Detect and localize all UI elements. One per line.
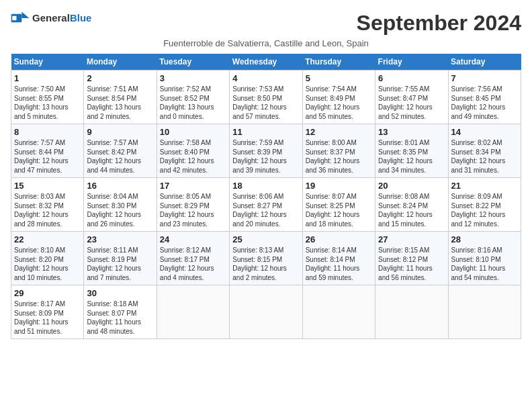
weekday-header-monday: Monday	[84, 54, 157, 71]
day-number: 4	[232, 73, 299, 83]
day-number: 28	[451, 234, 518, 244]
day-cell: 20Sunrise: 8:08 AM Sunset: 8:24 PM Dayli…	[375, 178, 448, 232]
day-cell: 29Sunrise: 8:17 AM Sunset: 8:09 PM Dayli…	[11, 285, 84, 339]
day-cell: 17Sunrise: 8:05 AM Sunset: 8:29 PM Dayli…	[157, 178, 229, 232]
week-row-3: 15Sunrise: 8:03 AM Sunset: 8:32 PM Dayli…	[11, 178, 521, 232]
page-header: GeneralBlue September 2024	[11, 11, 521, 36]
weekday-header-saturday: Saturday	[448, 54, 521, 71]
week-row-1: 1Sunrise: 7:50 AM Sunset: 8:55 PM Daylig…	[11, 71, 521, 124]
day-detail: Sunrise: 8:13 AM Sunset: 8:15 PM Dayligh…	[232, 246, 299, 282]
day-cell: 14Sunrise: 8:02 AM Sunset: 8:34 PM Dayli…	[448, 124, 521, 178]
day-detail: Sunrise: 7:53 AM Sunset: 8:50 PM Dayligh…	[232, 85, 299, 121]
day-detail: Sunrise: 8:15 AM Sunset: 8:12 PM Dayligh…	[378, 246, 445, 282]
day-detail: Sunrise: 8:17 AM Sunset: 8:09 PM Dayligh…	[14, 300, 81, 336]
day-cell	[375, 285, 448, 339]
day-number: 5	[306, 73, 372, 83]
day-cell: 28Sunrise: 8:16 AM Sunset: 8:10 PM Dayli…	[448, 232, 521, 285]
day-cell	[302, 285, 375, 339]
day-detail: Sunrise: 7:58 AM Sunset: 8:40 PM Dayligh…	[160, 138, 226, 175]
day-number: 2	[87, 73, 153, 83]
weekday-header-wednesday: Wednesday	[230, 54, 302, 71]
day-number: 25	[232, 234, 299, 244]
day-detail: Sunrise: 8:05 AM Sunset: 8:29 PM Dayligh…	[160, 192, 226, 228]
main-title: September 2024	[357, 11, 521, 36]
day-number: 26	[306, 234, 372, 244]
day-detail: Sunrise: 8:00 AM Sunset: 8:37 PM Dayligh…	[306, 138, 372, 175]
day-number: 21	[451, 181, 518, 191]
day-number: 8	[14, 127, 81, 137]
day-cell: 4Sunrise: 7:53 AM Sunset: 8:50 PM Daylig…	[230, 71, 302, 124]
day-cell: 11Sunrise: 7:59 AM Sunset: 8:39 PM Dayli…	[230, 124, 302, 178]
day-cell: 7Sunrise: 7:56 AM Sunset: 8:45 PM Daylig…	[448, 71, 521, 124]
day-detail: Sunrise: 7:50 AM Sunset: 8:55 PM Dayligh…	[14, 85, 81, 121]
day-number: 22	[14, 234, 81, 244]
logo-blue-text: Blue	[70, 12, 92, 24]
day-detail: Sunrise: 7:52 AM Sunset: 8:52 PM Dayligh…	[160, 85, 226, 121]
day-detail: Sunrise: 8:18 AM Sunset: 8:07 PM Dayligh…	[87, 300, 153, 336]
weekday-header-row: SundayMondayTuesdayWednesdayThursdayFrid…	[11, 54, 521, 71]
day-number: 7	[451, 73, 518, 83]
day-number: 9	[87, 127, 153, 137]
weekday-header-tuesday: Tuesday	[157, 54, 229, 71]
weekday-header-friday: Friday	[375, 54, 448, 71]
day-cell: 23Sunrise: 8:11 AM Sunset: 8:19 PM Dayli…	[84, 232, 157, 285]
day-cell: 22Sunrise: 8:10 AM Sunset: 8:20 PM Dayli…	[11, 232, 84, 285]
subtitle: Fuenterroble de Salvatierra, Castille an…	[11, 38, 521, 48]
day-detail: Sunrise: 8:11 AM Sunset: 8:19 PM Dayligh…	[87, 246, 153, 282]
day-detail: Sunrise: 8:14 AM Sunset: 8:14 PM Dayligh…	[306, 246, 372, 282]
day-detail: Sunrise: 8:08 AM Sunset: 8:24 PM Dayligh…	[378, 192, 445, 228]
day-detail: Sunrise: 7:54 AM Sunset: 8:49 PM Dayligh…	[306, 85, 372, 121]
day-cell: 12Sunrise: 8:00 AM Sunset: 8:37 PM Dayli…	[302, 124, 375, 178]
day-cell: 27Sunrise: 8:15 AM Sunset: 8:12 PM Dayli…	[375, 232, 448, 285]
day-cell: 5Sunrise: 7:54 AM Sunset: 8:49 PM Daylig…	[302, 71, 375, 124]
day-number: 15	[14, 181, 81, 191]
day-cell: 21Sunrise: 8:09 AM Sunset: 8:22 PM Dayli…	[448, 178, 521, 232]
weekday-header-sunday: Sunday	[11, 54, 84, 71]
day-number: 30	[87, 288, 153, 298]
day-cell: 26Sunrise: 8:14 AM Sunset: 8:14 PM Dayli…	[302, 232, 375, 285]
day-number: 11	[232, 127, 299, 137]
day-cell: 13Sunrise: 8:01 AM Sunset: 8:35 PM Dayli…	[375, 124, 448, 178]
day-number: 20	[378, 181, 445, 191]
day-number: 18	[232, 181, 299, 191]
day-cell: 18Sunrise: 8:06 AM Sunset: 8:27 PM Dayli…	[230, 178, 302, 232]
day-cell: 3Sunrise: 7:52 AM Sunset: 8:52 PM Daylig…	[157, 71, 229, 124]
day-detail: Sunrise: 7:57 AM Sunset: 8:44 PM Dayligh…	[14, 138, 81, 175]
day-cell: 1Sunrise: 7:50 AM Sunset: 8:55 PM Daylig…	[11, 71, 84, 124]
weekday-header-thursday: Thursday	[302, 54, 375, 71]
day-cell	[448, 285, 521, 339]
day-number: 23	[87, 234, 153, 244]
day-detail: Sunrise: 8:02 AM Sunset: 8:34 PM Dayligh…	[451, 138, 518, 175]
logo: GeneralBlue	[11, 11, 91, 26]
day-cell: 2Sunrise: 7:51 AM Sunset: 8:54 PM Daylig…	[84, 71, 157, 124]
day-detail: Sunrise: 8:12 AM Sunset: 8:17 PM Dayligh…	[160, 246, 226, 282]
day-cell: 15Sunrise: 8:03 AM Sunset: 8:32 PM Dayli…	[11, 178, 84, 232]
svg-rect-2	[12, 16, 16, 20]
svg-marker-1	[21, 12, 29, 18]
week-row-4: 22Sunrise: 8:10 AM Sunset: 8:20 PM Dayli…	[11, 232, 521, 285]
day-detail: Sunrise: 8:16 AM Sunset: 8:10 PM Dayligh…	[451, 246, 518, 282]
day-detail: Sunrise: 7:51 AM Sunset: 8:54 PM Dayligh…	[87, 85, 153, 121]
day-number: 19	[306, 181, 372, 191]
day-cell: 24Sunrise: 8:12 AM Sunset: 8:17 PM Dayli…	[157, 232, 229, 285]
logo-icon	[11, 11, 30, 26]
day-number: 10	[160, 127, 226, 137]
day-number: 14	[451, 127, 518, 137]
day-number: 17	[160, 181, 226, 191]
day-number: 1	[14, 73, 81, 83]
day-number: 13	[378, 127, 445, 137]
day-detail: Sunrise: 8:04 AM Sunset: 8:30 PM Dayligh…	[87, 192, 153, 228]
day-cell	[230, 285, 302, 339]
day-detail: Sunrise: 8:03 AM Sunset: 8:32 PM Dayligh…	[14, 192, 81, 228]
day-cell: 19Sunrise: 8:07 AM Sunset: 8:25 PM Dayli…	[302, 178, 375, 232]
day-number: 27	[378, 234, 445, 244]
day-cell: 6Sunrise: 7:55 AM Sunset: 8:47 PM Daylig…	[375, 71, 448, 124]
title-block: September 2024	[357, 11, 521, 36]
day-cell: 10Sunrise: 7:58 AM Sunset: 8:40 PM Dayli…	[157, 124, 229, 178]
day-cell: 16Sunrise: 8:04 AM Sunset: 8:30 PM Dayli…	[84, 178, 157, 232]
day-detail: Sunrise: 7:56 AM Sunset: 8:45 PM Dayligh…	[451, 85, 518, 121]
day-number: 3	[160, 73, 226, 83]
day-detail: Sunrise: 7:55 AM Sunset: 8:47 PM Dayligh…	[378, 85, 445, 121]
day-number: 24	[160, 234, 226, 244]
day-detail: Sunrise: 8:10 AM Sunset: 8:20 PM Dayligh…	[14, 246, 81, 282]
